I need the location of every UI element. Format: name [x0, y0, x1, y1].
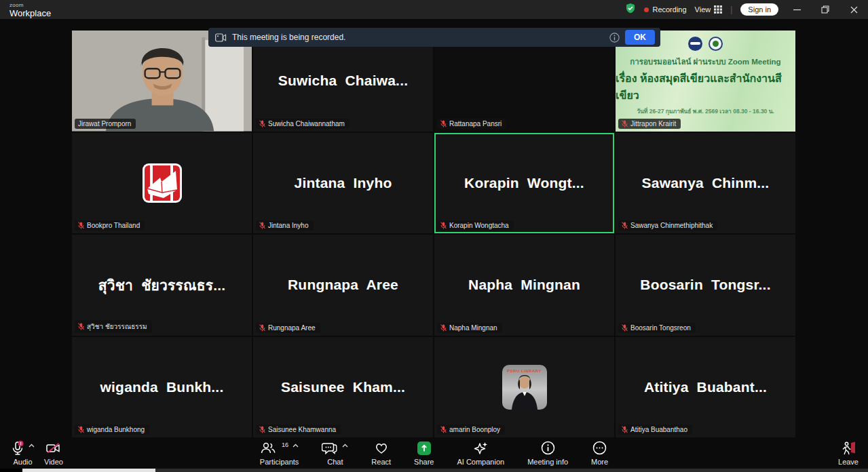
participant-name-text: Saisunee Khamwanna	[268, 426, 336, 433]
leave-door-icon	[841, 441, 856, 456]
participant-tile[interactable]: สุวิชา ชัยวรรณธร... สุวิชา ชัยวรรณธรรม	[72, 235, 252, 336]
recording-label: Recording	[652, 5, 686, 14]
chat-icon	[322, 441, 338, 455]
meeting-info-label: Meeting info	[527, 458, 568, 466]
participant-display-name: Boosarin Tongsr...	[616, 235, 795, 336]
react-button[interactable]: React	[371, 441, 391, 466]
more-ellipsis-icon	[592, 441, 607, 455]
participant-name-label: Jintana Inyho	[256, 220, 314, 231]
participant-tile[interactable]: Saisunee Kham... Saisunee Khamwanna	[253, 337, 433, 438]
zoom-workplace-logo: zoom Workplace	[10, 1, 51, 18]
participant-name-text: Jittrapon Krairit	[630, 120, 676, 127]
leave-button[interactable]: Leave	[838, 441, 858, 466]
participant-display-name: wiganda Bunkh...	[72, 337, 252, 438]
meeting-toolbar: Audio Video 16	[0, 437, 868, 469]
participant-name-label: Rungnapa Aree	[256, 323, 320, 333]
muted-mic-icon	[440, 426, 447, 433]
participant-name-label: Suwicha Chaiwannatham	[256, 119, 350, 129]
participant-tile[interactable]: Sawanya Chinm... Sawanya Chinmethiphitha…	[616, 133, 795, 234]
recording-banner: This meeting is being recorded. OK	[208, 28, 660, 47]
participant-name-label: Bookpro Thailand	[75, 220, 145, 231]
participant-display-name: Rungnapa Aree	[253, 235, 433, 336]
taskbar-highlight	[22, 469, 155, 472]
participant-name-text: wiganda Bunkhong	[87, 426, 145, 433]
participant-name-text: Korapin Wongtacha	[449, 222, 509, 229]
participant-tile[interactable]: Atitiya Buabant... Atitiya Buabanthao	[616, 337, 795, 438]
muted-mic-icon	[622, 222, 628, 229]
ai-companion-button[interactable]: AI Companion	[457, 441, 504, 466]
minimize-button[interactable]	[787, 1, 807, 18]
more-label: More	[591, 458, 608, 466]
audio-button[interactable]: Audio	[11, 441, 35, 466]
bookpro-logo	[142, 163, 183, 203]
participant-name-label: wiganda Bunkhong	[75, 425, 149, 435]
muted-mic-icon	[440, 222, 447, 229]
participant-name-label: Sawanya Chinmethiphithak	[618, 220, 717, 231]
restore-button[interactable]	[815, 1, 835, 18]
ok-button[interactable]: OK	[625, 30, 655, 45]
poster-logos	[688, 37, 723, 51]
muted-mic-icon	[78, 222, 84, 229]
participant-display-name: Atitiya Buabant...	[616, 337, 795, 438]
participants-count: 16	[282, 441, 288, 448]
close-button[interactable]	[844, 1, 864, 18]
recording-banner-message: This meeting is being recorded.	[232, 33, 604, 42]
taskbar-strip	[155, 469, 868, 472]
poster-line1: การอบรมออนไลน์ ผ่านระบบ Zoom Meeting	[630, 56, 780, 68]
participant-display-name: Saisunee Kham...	[253, 337, 433, 438]
view-menu-button[interactable]: View	[695, 5, 723, 14]
participant-tile[interactable]: Rungnapa Aree Rungnapa Aree	[253, 235, 433, 336]
participant-tile[interactable]: Napha Mingnan Napha Mingnan	[434, 235, 614, 336]
info-icon[interactable]	[609, 33, 620, 43]
participant-name-text: สุวิชา ชัยวรรณธรรม	[87, 321, 147, 332]
participant-tile-active-speaker[interactable]: Korapin Wongt... Korapin Wongtacha	[434, 133, 614, 234]
chat-options-chevron-icon[interactable]	[342, 444, 348, 448]
more-button[interactable]: More	[591, 441, 608, 466]
view-label: View	[695, 5, 711, 14]
participant-name-label: สุวิชา ชัยวรรณธรรม	[75, 320, 152, 333]
participant-tile[interactable]: Bookpro Thailand	[72, 133, 252, 234]
participants-icon	[260, 441, 276, 455]
participant-name-text: amarin Boonploy	[449, 426, 500, 433]
participant-name-text: Boosarin Tongsreon	[630, 324, 691, 332]
heart-icon	[374, 441, 389, 455]
meeting-stage: Jirawat Promporn Suwicha Chaiwa... Suwic…	[0, 19, 868, 437]
participant-name-label: Jittrapon Krairit	[618, 119, 681, 129]
microphone-icon	[11, 441, 24, 456]
participant-display-name: Jintana Inyho	[253, 133, 433, 234]
participant-display-name: Napha Mingnan	[434, 235, 614, 336]
meeting-info-button[interactable]: Meeting info	[527, 441, 568, 466]
gallery-grid: Jirawat Promporn Suwicha Chaiwa... Suwic…	[72, 31, 795, 437]
participant-tile[interactable]: wiganda Bunkh... wiganda Bunkhong	[72, 337, 252, 438]
video-button[interactable]: Video	[44, 441, 63, 466]
security-shield-icon[interactable]	[625, 3, 636, 16]
participant-name-text: Jirawat Promporn	[78, 120, 131, 127]
muted-mic-icon	[440, 120, 447, 127]
muted-mic-icon	[78, 323, 84, 330]
share-button[interactable]: Share	[414, 441, 434, 466]
chat-button[interactable]: Chat	[322, 441, 348, 466]
leave-label: Leave	[838, 458, 858, 466]
muted-mic-icon	[78, 426, 84, 433]
titlebar-divider: |	[730, 5, 732, 14]
sign-in-button[interactable]: Sign in	[740, 3, 778, 16]
ai-companion-label: AI Companion	[457, 458, 504, 466]
participant-name-label: amarin Boonploy	[437, 425, 505, 435]
participant-name-text: Suwicha Chaiwannatham	[268, 120, 345, 127]
audio-options-chevron-icon[interactable]	[29, 444, 35, 448]
participants-button[interactable]: 16 Participants	[260, 441, 299, 466]
participant-name-label: Atitiya Buabanthao	[618, 425, 692, 435]
share-label: Share	[414, 458, 434, 466]
video-label: Video	[44, 458, 63, 466]
participant-tile[interactable]: PSRU LIBRARY amarin Boonploy	[434, 337, 614, 438]
participant-name-label: Napha Mingnan	[437, 323, 502, 333]
recording-camera-icon	[215, 33, 227, 42]
participants-options-chevron-icon[interactable]	[293, 444, 299, 448]
logo-workplace-text: Workplace	[10, 9, 51, 18]
participant-name-label: Rattanapa Pansri	[437, 119, 506, 129]
logo-zoom-text: zoom	[10, 3, 51, 8]
poster-line2: เรื่อง ห้องสมุดสีเขียวและสำนักงานสีเขียว	[616, 70, 795, 104]
participant-avatar: PSRU LIBRARY	[502, 365, 547, 410]
participant-tile[interactable]: Jintana Inyho Jintana Inyho	[253, 133, 433, 234]
participant-tile[interactable]: Boosarin Tongsr... Boosarin Tongsreon	[616, 235, 795, 336]
